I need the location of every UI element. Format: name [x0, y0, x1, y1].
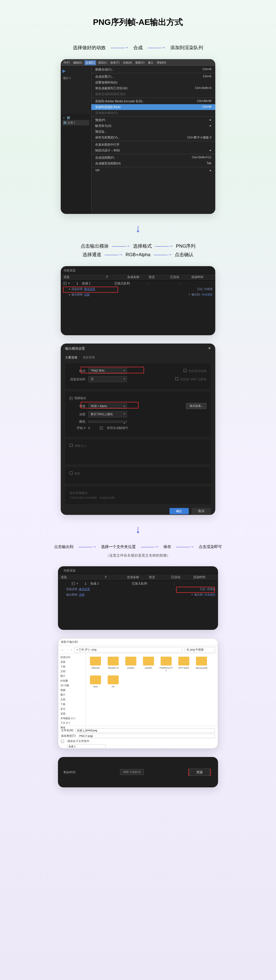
menu-dropdown-item[interactable]: 预渲染... — [91, 129, 215, 135]
flow-row-3: 点击输出到 ———→ 选择一个文件夹位置 ———→ 保存 ———→ 点击渲染即可 — [0, 544, 276, 550]
sidebar-item[interactable]: 桌面 — [59, 711, 84, 716]
menu-dropdown-item[interactable]: 帧另存为(S)▸ — [91, 123, 215, 129]
plus-icon[interactable]: + — [191, 593, 193, 596]
flow2-r1b: 选择格式 — [133, 243, 152, 249]
arrow-icon: ———→ — [154, 252, 171, 258]
pointer-tool-icon[interactable]: ▶ — [61, 67, 91, 75]
render-queue-tab[interactable]: 当前渲染 — [61, 266, 215, 274]
sidebar-item[interactable]: 快速访问 — [59, 655, 84, 660]
folder-item[interactable]: FK — [106, 675, 120, 688]
folder-item[interactable]: publish — [124, 657, 138, 671]
subfolder-checkbox[interactable] — [61, 740, 64, 743]
menu-item[interactable]: 窗口 — [147, 60, 155, 65]
close-icon[interactable]: ✕ — [208, 346, 211, 351]
folder-item[interactable]: PublishGo Pro — [159, 657, 173, 671]
output-to-link[interactable]: 尚未指定 — [201, 293, 213, 296]
project-item-comp[interactable]: 合成 1 — [62, 120, 89, 126]
column-header: 渲染时间 — [191, 275, 213, 279]
render-checkbox[interactable] — [63, 282, 67, 285]
include-link-checkbox[interactable] — [184, 369, 187, 372]
menu-item[interactable]: 图层(L) — [97, 60, 108, 65]
sidebar-item[interactable]: 下载 — [59, 664, 84, 669]
menu-dropdown-item[interactable]: 添加到渲染队列(A)Ctrl+M — [91, 104, 215, 110]
up-icon[interactable]: ↑ — [71, 648, 72, 651]
menu-dropdown-item[interactable]: 在基本图形中打开 — [91, 142, 215, 148]
folder-item[interactable]: followed of — [106, 657, 120, 671]
column-header — [83, 575, 105, 579]
arrow-icon: ———→ — [105, 252, 122, 258]
menu-dropdown-item[interactable]: 设置海报时间(E) — [91, 80, 215, 85]
queue-row[interactable]: ▾ 1 合成 1 已加入队列 - — [58, 581, 218, 587]
plus-icon[interactable]: + — [189, 293, 190, 296]
cancel-button[interactable]: 取消 — [192, 508, 211, 514]
sidebar-item[interactable]: 桌面 — [59, 660, 84, 664]
ame-queue-button[interactable]: AME 中的队列 — [120, 769, 144, 775]
settings-link[interactable]: 最佳设置 — [79, 587, 90, 590]
folder-item[interactable]: calendar — [89, 657, 102, 671]
project-item-row[interactable]: ▸ — [62, 115, 89, 120]
log-value[interactable]: 仅错误 — [204, 288, 213, 291]
sidebar-item[interactable]: 本地磁盘 (C:) — [59, 716, 84, 721]
flow3-b: 选择一个文件夹位置 — [101, 544, 136, 549]
tab-main[interactable]: 主要选项 — [65, 355, 77, 360]
render-queue-tab[interactable]: 当前渲染 — [58, 566, 218, 574]
sidebar-item[interactable]: 工作 (F:) — [59, 721, 84, 725]
forward-icon[interactable]: → — [66, 648, 69, 651]
menu-dropdown-item[interactable]: 新建合成(C)...Ctrl+N — [91, 67, 215, 72]
menu-dropdown-item[interactable]: 合成微型流程图(N)Tab — [91, 161, 215, 166]
folder-item[interactable]: Axis — [89, 675, 102, 688]
crop-checkbox[interactable] — [70, 471, 73, 474]
menu-item[interactable]: 帮助(H) — [155, 60, 167, 65]
menu-dropdown-item[interactable]: VR▸ — [91, 168, 215, 173]
menu-item[interactable]: 动画(A) — [122, 60, 133, 65]
search-input[interactable]: 在 png 中搜索 — [185, 647, 215, 652]
sidebar-item[interactable]: 音乐 — [59, 707, 84, 711]
menu-item[interactable]: 效果(T) — [109, 60, 121, 65]
menu-dropdown-item[interactable]: 将合成裁剪到工作区(W)Ctrl+Shift+X — [91, 85, 215, 91]
sidebar-item[interactable]: 文档 — [59, 669, 84, 674]
folder-item[interactable]: WPS云文档 — [195, 657, 208, 671]
filetype-select[interactable] — [78, 734, 215, 738]
menu-dropdown-item[interactable]: 响应式设计 – 时间▸ — [91, 148, 215, 153]
sidebar-item[interactable]: 图片 — [59, 674, 84, 678]
render-checkbox[interactable] — [72, 582, 75, 585]
menu-item[interactable]: 视图(V) — [134, 60, 146, 65]
menu-item[interactable]: 编辑(E) — [72, 60, 83, 65]
output-module-label: 输出模块: — [71, 293, 83, 296]
start-value[interactable]: 0 — [88, 426, 90, 430]
menu-item[interactable]: 合成(C) — [84, 60, 96, 65]
back-icon[interactable]: ← — [61, 648, 64, 651]
sidebar-item[interactable]: 图片 — [59, 692, 84, 697]
output-to-link[interactable]: 尚未指定 — [204, 593, 215, 596]
menu-dropdown-item[interactable]: 添加到 Adobe Media Encoder 队列...Ctrl+Alt+M — [91, 99, 215, 104]
output-module-link[interactable]: 无损 — [84, 293, 90, 296]
color-select[interactable] — [88, 421, 127, 423]
render-button[interactable]: 渲染 — [189, 768, 210, 776]
menu-item[interactable]: 件(F) — [62, 60, 71, 65]
sidebar-item[interactable]: 3D 对象 — [59, 683, 84, 688]
include-xmp-checkbox[interactable] — [175, 377, 178, 380]
sidebar-item[interactable]: 视频 — [59, 688, 84, 692]
format-options-button[interactable]: 格式选项... — [186, 403, 206, 409]
render-action-select[interactable]: 无 — [88, 376, 127, 382]
sidebar-item[interactable]: 下载 — [59, 702, 84, 707]
menu-dropdown-item[interactable]: 合成流程图(F)Ctrl+Shift+F11 — [91, 155, 215, 161]
menu-dropdown-item[interactable]: 合成设置(T)...Ctrl+K — [91, 74, 215, 80]
output-module-link[interactable]: 无损 — [79, 593, 84, 596]
tab-color[interactable]: 色彩管理 — [83, 355, 95, 360]
folder-item[interactable]: publish — [141, 657, 155, 671]
subfolder-input[interactable] — [67, 744, 106, 749]
sidebar-item[interactable]: 此电脑 — [59, 678, 84, 683]
depth-select[interactable]: 数百万种以上颜色 — [88, 411, 127, 417]
filename-input[interactable] — [76, 728, 215, 733]
folder-item[interactable]: SFX Quick — [177, 657, 191, 671]
use-comp-frame-checkbox[interactable] — [100, 426, 103, 430]
resize-checkbox[interactable] — [70, 444, 73, 447]
path-breadcrumb[interactable]: « 工作 (F:) › png — [75, 647, 182, 652]
menu-dropdown-item[interactable]: 预览(P)▸ — [91, 117, 215, 123]
queue-row[interactable]: ▾ 1 合成 1 已加入队列 - - — [61, 280, 215, 286]
sidebar-item[interactable]: 文档 — [59, 697, 84, 702]
menu-dropdown-item[interactable]: 保存当前预览(V)...Ctrl+数字小键盘 0 — [91, 135, 215, 140]
video-output-checkbox[interactable] — [70, 397, 73, 400]
ok-button[interactable]: 确定 — [170, 508, 189, 514]
